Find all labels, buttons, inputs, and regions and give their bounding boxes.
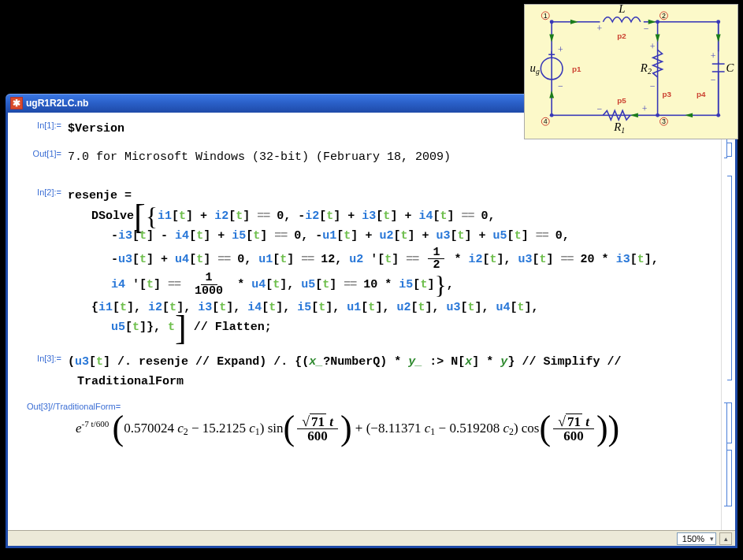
svg-text:4: 4 <box>544 117 548 125</box>
zoom-select[interactable]: 150% <box>677 532 716 545</box>
cell-bracket[interactable] <box>727 176 732 380</box>
svg-point-16 <box>716 113 720 117</box>
cell-bracket[interactable] <box>727 450 732 506</box>
c-var: c <box>177 420 184 435</box>
cell-bracket-column <box>721 113 735 530</box>
output-text: 7.0 for Microsoft Windows (32-bit) (Febr… <box>68 150 451 164</box>
cell-bracket[interactable] <box>727 402 732 443</box>
cell-bracket[interactable] <box>727 143 732 157</box>
svg-text:3: 3 <box>662 117 666 125</box>
svg-text:−: − <box>597 103 603 114</box>
svg-text:−: − <box>711 74 716 85</box>
flatten-postfix: // Flatten; <box>194 321 272 334</box>
in-cell-2[interactable]: resenje = DSolve[{i1[t] + i2[t] == 0, -i… <box>68 186 716 338</box>
frac-num: 1 <box>201 272 217 285</box>
c-var: c <box>249 420 255 435</box>
coef: (−8.11371 <box>366 420 422 435</box>
in-label-1: In[1]:= <box>13 119 68 130</box>
fn-dsolve: DSolve <box>91 210 134 223</box>
frac-den: 2 <box>428 259 444 272</box>
svg-marker-25 <box>570 20 578 24</box>
in-cell-3[interactable]: (u3[t] /. resenje // Expand) /. {(x_?Num… <box>68 352 716 392</box>
svg-text:R1: R1 <box>613 121 625 135</box>
frac-den: 600 <box>559 429 589 443</box>
svg-marker-30 <box>630 113 638 117</box>
svg-text:C: C <box>726 61 735 74</box>
app-icon: ✱ <box>10 97 23 109</box>
frac-num: 1 <box>428 247 444 260</box>
svg-text:R2: R2 <box>640 61 652 76</box>
out-cell-1[interactable]: 7.0 for Microsoft Windows (32-bit) (Febr… <box>68 147 716 168</box>
zoom-value: 150% <box>682 534 704 543</box>
coef: − 0.519208 <box>439 420 500 435</box>
svg-point-11 <box>550 20 554 24</box>
exp-superscript: -7 t/600 <box>82 419 110 428</box>
svg-text:−: − <box>558 80 563 91</box>
svg-text:p3: p3 <box>663 90 672 98</box>
frac-den: 600 <box>303 429 332 443</box>
svg-marker-29 <box>716 35 721 43</box>
in-label-2: In[2]:= <box>13 186 68 197</box>
code-text: $Version <box>68 122 124 135</box>
out-cell-3[interactable]: e-7 t/600 (0.570024 c2 − 15.2125 c1) sin… <box>13 414 716 444</box>
svg-text:+: + <box>642 103 648 114</box>
cell-group-bracket[interactable] <box>724 402 727 506</box>
svg-text:+: + <box>711 50 716 61</box>
svg-text:p5: p5 <box>617 96 626 105</box>
fn-cos: cos <box>522 420 540 435</box>
svg-point-12 <box>656 20 659 24</box>
svg-marker-26 <box>648 20 656 24</box>
svg-text:p4: p4 <box>697 90 706 98</box>
svg-point-13 <box>716 20 720 24</box>
frac-den: 1000 <box>190 285 228 298</box>
svg-text:−: − <box>644 23 649 34</box>
code-text: resenje = <box>68 189 132 202</box>
svg-text:−: − <box>650 80 656 91</box>
scroll-up-button[interactable]: ▴ <box>719 532 732 545</box>
coef: 0.570024 <box>124 420 174 435</box>
svg-marker-31 <box>685 113 693 117</box>
svg-marker-27 <box>549 35 554 43</box>
svg-text:+: + <box>650 41 656 52</box>
tform-text: TraditionalForm <box>77 375 184 388</box>
ivar: t <box>168 321 175 334</box>
sqrt-arg: 71 <box>566 414 582 429</box>
sqrt-arg: 71 <box>310 414 326 429</box>
svg-point-15 <box>656 113 659 117</box>
coef: − 15.2125 <box>191 420 246 435</box>
svg-marker-32 <box>549 91 554 98</box>
svg-text:L: L <box>618 5 625 15</box>
circuit-svg: 1 2 3 4 + − + − + − + − − + L C R2 R1 ug… <box>525 5 737 139</box>
notebook-area[interactable]: In[1]:= $Version Out[1]= 7.0 for Microso… <box>8 113 721 530</box>
c-var: c <box>503 420 509 435</box>
svg-marker-28 <box>656 35 660 43</box>
svg-text:1: 1 <box>544 12 548 20</box>
in-label-3: In[3]:= <box>13 352 68 363</box>
circuit-diagram: 1 2 3 4 + − + − + − + − − + L C R2 R1 ug… <box>524 4 738 139</box>
svg-text:2: 2 <box>662 12 666 20</box>
svg-point-14 <box>550 113 554 117</box>
svg-text:p2: p2 <box>617 32 626 40</box>
svg-text:+: + <box>558 44 563 55</box>
t-var: t <box>329 414 333 429</box>
t-var: t <box>585 414 589 429</box>
svg-text:+: + <box>597 23 603 34</box>
fn-sin: sin <box>268 420 284 435</box>
out-label-1: Out[1]= <box>13 147 68 158</box>
status-bar: 150% ▴ <box>8 530 735 546</box>
notebook-frame: In[1]:= $Version Out[1]= 7.0 for Microso… <box>6 113 737 548</box>
svg-text:ug: ug <box>530 61 540 76</box>
window-title: ugR1R2LC.nb <box>26 98 88 109</box>
svg-text:p1: p1 <box>572 65 581 73</box>
plus: + <box>355 420 363 435</box>
